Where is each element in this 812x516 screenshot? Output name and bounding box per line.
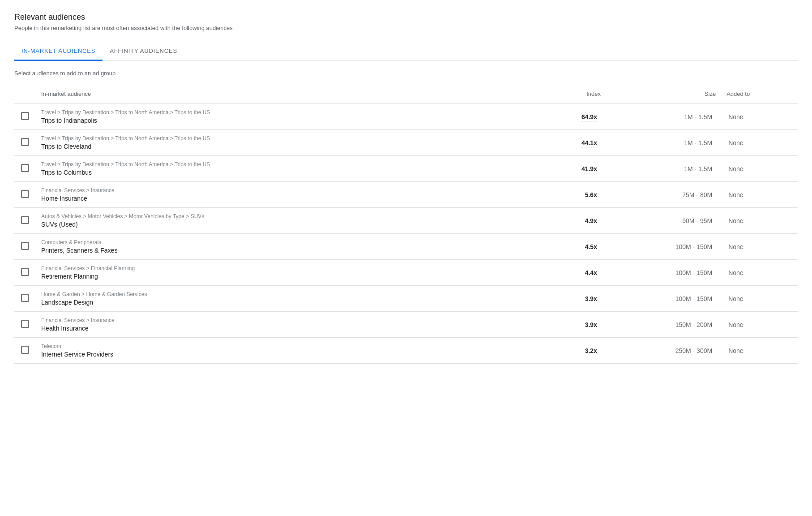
index-cell: 3.9x — [538, 312, 606, 338]
size-cell: 1M - 1.5M — [606, 156, 721, 182]
table-row: Travel > Trips by Destination > Trips to… — [14, 130, 798, 156]
added-cell: None — [721, 234, 798, 260]
index-cell: 4.4x — [538, 260, 606, 286]
header-checkbox-cell — [14, 84, 36, 104]
checkbox[interactable] — [21, 164, 29, 172]
index-value: 41.9x — [581, 165, 597, 173]
added-cell: None — [721, 260, 798, 286]
row-checkbox-cell[interactable] — [14, 338, 36, 364]
main-container: Relevant audiences People in this remark… — [0, 0, 812, 364]
row-checkbox-cell[interactable] — [14, 286, 36, 312]
index-cell: 3.9x — [538, 286, 606, 312]
size-cell: 100M - 150M — [606, 286, 721, 312]
audience-breadcrumb: Travel > Trips by Destination > Trips to… — [41, 161, 533, 168]
index-cell: 5.6x — [538, 182, 606, 208]
table-row: Autos & Vehicles > Motor Vehicles > Moto… — [14, 208, 798, 234]
size-cell: 90M - 95M — [606, 208, 721, 234]
checkbox[interactable] — [21, 216, 29, 224]
size-cell: 100M - 150M — [606, 234, 721, 260]
audience-cell: Travel > Trips by Destination > Trips to… — [36, 104, 538, 130]
index-value: 4.4x — [585, 269, 597, 277]
audience-cell: Travel > Trips by Destination > Trips to… — [36, 156, 538, 182]
checkbox[interactable] — [21, 268, 29, 276]
added-cell: None — [721, 156, 798, 182]
audience-name: SUVs (Used) — [41, 221, 533, 228]
audience-breadcrumb: Financial Services > Insurance — [41, 187, 533, 194]
table-row: Home & Garden > Home & Garden Services L… — [14, 286, 798, 312]
page-title: Relevant audiences — [14, 13, 798, 22]
checkbox[interactable] — [21, 346, 29, 354]
header-section: Relevant audiences People in this remark… — [14, 13, 798, 31]
added-cell: None — [721, 208, 798, 234]
checkbox[interactable] — [21, 112, 29, 120]
table-row: Travel > Trips by Destination > Trips to… — [14, 104, 798, 130]
checkbox[interactable] — [21, 320, 29, 328]
audience-breadcrumb: Travel > Trips by Destination > Trips to… — [41, 109, 533, 116]
index-cell: 41.9x — [538, 156, 606, 182]
index-cell: 64.9x — [538, 104, 606, 130]
size-cell: 100M - 150M — [606, 260, 721, 286]
checkbox[interactable] — [21, 190, 29, 198]
index-cell: 4.5x — [538, 234, 606, 260]
page-subtitle: People in this remarketing list are most… — [14, 25, 798, 31]
tab-in-market[interactable]: IN-MARKET AUDIENCES — [14, 42, 103, 61]
added-cell: None — [721, 104, 798, 130]
table-header-row: In-market audience Index Size Added to — [14, 84, 798, 104]
audience-cell: Financial Services > Insurance Health In… — [36, 312, 538, 338]
row-checkbox-cell[interactable] — [14, 130, 36, 156]
table-row: Financial Services > Insurance Home Insu… — [14, 182, 798, 208]
audience-table-wrapper: In-market audience Index Size Added to — [14, 84, 798, 364]
added-cell: None — [721, 130, 798, 156]
header-audience: In-market audience — [36, 84, 538, 104]
audience-breadcrumb: Home & Garden > Home & Garden Services — [41, 291, 533, 297]
audience-cell: Telecom Internet Service Providers — [36, 338, 538, 364]
audience-breadcrumb: Financial Services > Insurance — [41, 317, 533, 323]
row-checkbox-cell[interactable] — [14, 234, 36, 260]
header-index: Index — [538, 84, 606, 104]
added-cell: None — [721, 182, 798, 208]
audience-breadcrumb: Travel > Trips by Destination > Trips to… — [41, 135, 533, 142]
checkbox[interactable] — [21, 242, 29, 250]
row-checkbox-cell[interactable] — [14, 156, 36, 182]
audience-breadcrumb: Telecom — [41, 343, 533, 349]
audience-cell: Computers & Peripherals Printers, Scanne… — [36, 234, 538, 260]
audience-cell: Financial Services > Financial Planning … — [36, 260, 538, 286]
added-cell: None — [721, 312, 798, 338]
audience-name: Trips to Cleveland — [41, 143, 533, 150]
checkbox[interactable] — [21, 294, 29, 302]
row-checkbox-cell[interactable] — [14, 104, 36, 130]
index-value: 5.6x — [585, 191, 597, 199]
index-cell: 3.2x — [538, 338, 606, 364]
audience-name: Internet Service Providers — [41, 351, 533, 358]
added-cell: None — [721, 338, 798, 364]
table-row: Financial Services > Financial Planning … — [14, 260, 798, 286]
table-row: Travel > Trips by Destination > Trips to… — [14, 156, 798, 182]
size-cell: 150M - 200M — [606, 312, 721, 338]
index-cell: 4.9x — [538, 208, 606, 234]
audience-cell: Financial Services > Insurance Home Insu… — [36, 182, 538, 208]
added-cell: None — [721, 286, 798, 312]
index-value: 3.2x — [585, 347, 597, 355]
audience-name: Retirement Planning — [41, 273, 533, 280]
audience-breadcrumb: Financial Services > Financial Planning — [41, 265, 533, 271]
table-row: Financial Services > Insurance Health In… — [14, 312, 798, 338]
row-checkbox-cell[interactable] — [14, 208, 36, 234]
audience-table: In-market audience Index Size Added to — [14, 84, 798, 364]
index-cell: 44.1x — [538, 130, 606, 156]
size-cell: 1M - 1.5M — [606, 104, 721, 130]
checkbox[interactable] — [21, 138, 29, 146]
row-checkbox-cell[interactable] — [14, 260, 36, 286]
index-value: 4.9x — [585, 217, 597, 225]
audience-name: Printers, Scanners & Faxes — [41, 247, 533, 254]
row-checkbox-cell[interactable] — [14, 312, 36, 338]
audience-breadcrumb: Computers & Peripherals — [41, 239, 533, 245]
row-checkbox-cell[interactable] — [14, 182, 36, 208]
audience-name: Landscape Design — [41, 299, 533, 306]
audience-cell: Home & Garden > Home & Garden Services L… — [36, 286, 538, 312]
tab-affinity[interactable]: AFFINITY AUDIENCES — [103, 42, 184, 61]
size-cell: 1M - 1.5M — [606, 130, 721, 156]
audience-cell: Autos & Vehicles > Motor Vehicles > Moto… — [36, 208, 538, 234]
index-value: 64.9x — [581, 113, 597, 121]
table-row: Computers & Peripherals Printers, Scanne… — [14, 234, 798, 260]
audience-cell: Travel > Trips by Destination > Trips to… — [36, 130, 538, 156]
